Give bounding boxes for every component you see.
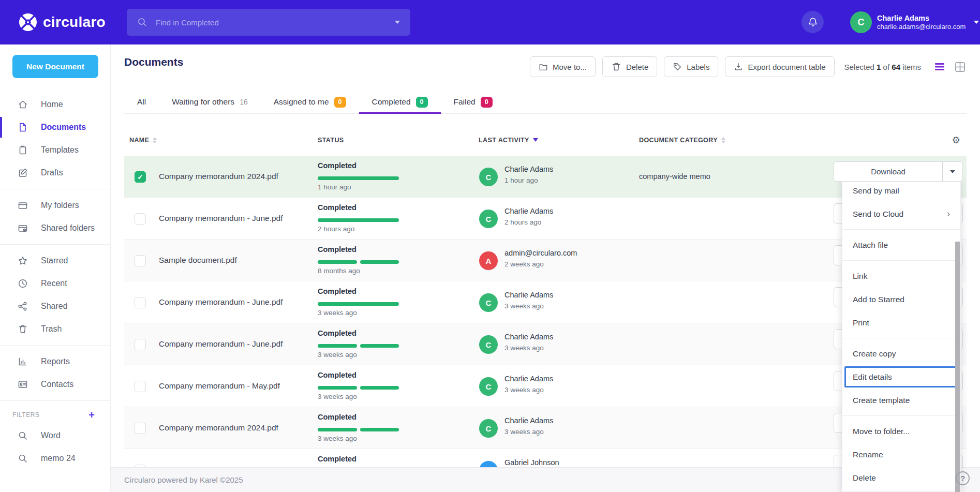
download-button[interactable]: Download [834, 162, 942, 181]
document-name: Company memorandum 2024.pdf [159, 156, 278, 197]
status-progress-bar [318, 386, 399, 390]
search-scope-caret-icon[interactable] [395, 21, 400, 24]
table-row[interactable]: Company memorandum - May.pdfCompleted3 w… [124, 365, 967, 407]
user-menu-caret-icon [974, 21, 979, 24]
status-label: Completed [318, 203, 357, 212]
column-header-status[interactable]: STATUS [318, 137, 344, 144]
column-header-name[interactable]: NAME [129, 137, 157, 144]
menu-item-create-template[interactable]: Create template [842, 389, 960, 412]
sidebar-item-shared[interactable]: Shared [0, 295, 110, 318]
sidebar-item-contacts[interactable]: Contacts [0, 373, 110, 396]
grid-view-icon[interactable] [955, 62, 966, 72]
filter-item-word[interactable]: Word [0, 424, 110, 447]
tab-failed[interactable]: Failed0 [441, 91, 506, 113]
sidebar-item-drafts[interactable]: Drafts [0, 161, 110, 184]
row-checkbox[interactable] [135, 171, 146, 183]
table-settings-gear-icon[interactable]: ⚙ [952, 135, 960, 146]
sidebar-item-label: Shared [41, 302, 68, 311]
row-checkbox[interactable] [135, 255, 146, 266]
tab-label: Assigned to me [274, 97, 329, 107]
progress-segment [318, 386, 357, 390]
tab-waiting-for-others[interactable]: Waiting for others16 [159, 91, 260, 113]
app-logo[interactable]: circularo [17, 11, 106, 33]
status-cell: Completed3 weeks ago [318, 407, 400, 449]
progress-segment [318, 344, 357, 348]
tab-completed[interactable]: Completed0 [359, 91, 441, 113]
delete-button[interactable]: Delete [602, 56, 657, 77]
menu-scrollbar[interactable] [955, 242, 960, 492]
sidebar-item-reports[interactable]: Reports [0, 350, 110, 373]
sidebar-item-home[interactable]: Home [0, 93, 110, 116]
row-checkbox[interactable] [135, 297, 146, 308]
sidebar-item-my-folders[interactable]: My folders [0, 194, 110, 217]
sidebar-item-templates[interactable]: Templates [0, 139, 110, 161]
menu-item-send-by-mail[interactable]: Send by mail [842, 179, 960, 202]
menu-item-print[interactable]: Print [842, 311, 960, 334]
search-input[interactable] [156, 18, 395, 27]
sidebar-item-recent[interactable]: Recent [0, 272, 110, 295]
document-name: Sample document.pdf [159, 240, 237, 281]
sort-icon [721, 137, 725, 143]
menu-item-edit-details[interactable]: Edit details [842, 365, 960, 389]
menu-item-label: Rename [853, 450, 883, 459]
status-progress-bar [318, 428, 399, 431]
progress-segment [360, 428, 399, 431]
sidebar-item-starred[interactable]: Starred [0, 249, 110, 272]
export-document-table-button[interactable]: Export document table [725, 56, 834, 77]
tab-count-badge: 0 [416, 97, 428, 108]
tab-label: Failed [454, 97, 476, 107]
sidebar-item-shared-folders[interactable]: Shared folders [0, 217, 110, 240]
menu-item-move-to-folder[interactable]: Move to folder... [842, 420, 960, 443]
table-row[interactable]: Company memorandum 2024.pdfCompleted1 ho… [124, 156, 967, 198]
table-row[interactable]: Sample document.pdfCompleted8 months ago… [124, 240, 967, 281]
menu-divider [842, 260, 960, 261]
row-checkbox[interactable] [135, 381, 146, 392]
global-search[interactable] [127, 9, 410, 36]
move-to-button[interactable]: Move to... [530, 56, 596, 77]
sidebar-item-trash[interactable]: Trash [0, 318, 110, 340]
row-checkbox[interactable] [135, 423, 146, 434]
row-checkbox[interactable] [135, 339, 146, 350]
menu-item-create-copy[interactable]: Create copy [842, 342, 960, 365]
table-row[interactable]: Company memorandum - June.pdfCompleted3 … [124, 323, 967, 365]
sidebar-item-label: Trash [41, 324, 62, 334]
menu-item-attach-file[interactable]: Attach file [842, 233, 960, 257]
table-row[interactable]: Company memorandum - June.pdfCompleted2 … [124, 198, 967, 240]
row-checkbox[interactable] [135, 213, 146, 225]
progress-segment [318, 260, 357, 264]
last-activity-time: 1 hour ago [504, 176, 538, 184]
tab-all[interactable]: All [124, 91, 159, 113]
column-header-last-activity[interactable]: LAST ACTIVITY [479, 137, 538, 144]
circularo-logo-icon [17, 11, 39, 33]
labels-button[interactable]: Labels [664, 56, 718, 77]
menu-item-link[interactable]: Link [842, 264, 960, 288]
tab-assigned-to-me[interactable]: Assigned to me0 [261, 91, 359, 113]
add-filter-button[interactable]: + [88, 410, 95, 420]
status-label: Completed [318, 287, 357, 295]
menu-item-rename[interactable]: Rename [842, 443, 960, 466]
menu-item-delete[interactable]: Delete [842, 466, 960, 489]
tab-count: 16 [240, 98, 248, 106]
status-cell: Completed2 hours ago [318, 198, 400, 239]
help-button[interactable]: ? [956, 471, 970, 485]
filter-item-memo-24[interactable]: memo 24 [0, 447, 110, 470]
table-row[interactable]: Company memorandum - June.pdfCompleted3 … [124, 281, 967, 323]
document-name: Company memorandum - June.pdf [159, 198, 283, 239]
status-label: Completed [318, 161, 357, 170]
sidebar-item-documents[interactable]: Documents [0, 116, 110, 139]
status-label: Completed [318, 413, 357, 421]
nav-divider [0, 400, 110, 401]
menu-item-send-to-cloud[interactable]: Send to Cloud› [842, 202, 960, 226]
folder-move-icon [539, 62, 548, 71]
download-dropdown-toggle[interactable] [942, 162, 962, 181]
table-row[interactable]: Company memorandum 2024.pdfCompleted3 we… [124, 407, 967, 449]
user-menu[interactable]: C Charlie Adams charlie.adams@circularo.… [850, 11, 979, 33]
notifications-button[interactable] [801, 11, 824, 33]
document-icon [18, 122, 28, 132]
actor-name: Charlie Adams [504, 333, 553, 341]
new-document-button[interactable]: New Document [12, 55, 98, 78]
list-view-icon[interactable] [934, 62, 945, 72]
column-header-category[interactable]: DOCUMENT CATEGORY [639, 137, 725, 144]
menu-item-add-to-starred[interactable]: Add to Starred [842, 288, 960, 311]
status-time: 3 weeks ago [318, 309, 357, 317]
